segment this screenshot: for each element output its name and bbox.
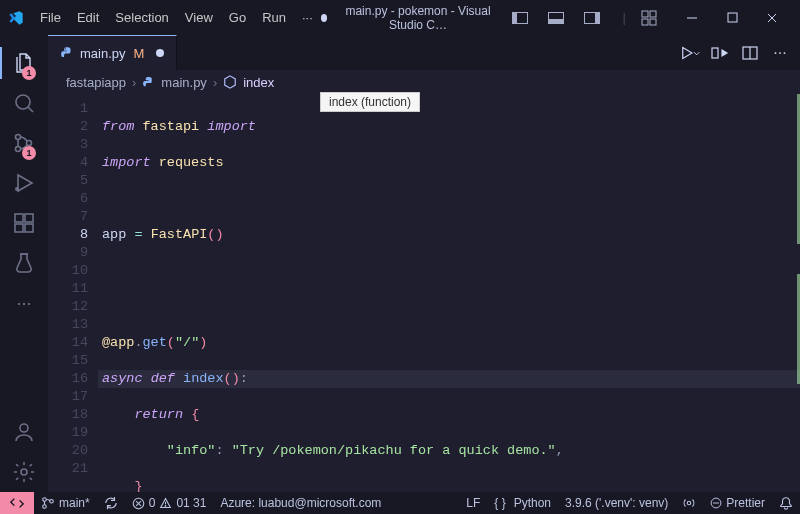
activity-source-control[interactable]: 1 — [0, 123, 48, 163]
svg-point-8 — [16, 95, 30, 109]
svg-point-35 — [688, 501, 692, 505]
svg-point-14 — [15, 187, 19, 191]
menu-more[interactable]: ··· — [294, 6, 321, 29]
status-bar: main* 0 01 31 Azure: luabud@microsoft.co… — [0, 492, 800, 514]
status-eol[interactable]: LF — [459, 492, 487, 514]
status-language[interactable]: { }Python — [487, 492, 558, 514]
svg-marker-23 — [683, 47, 692, 58]
breadcrumb-file[interactable]: main.py — [161, 75, 207, 90]
status-go-live[interactable] — [675, 492, 703, 514]
activity-settings[interactable] — [0, 452, 48, 492]
close-button[interactable] — [752, 3, 792, 33]
tabs-row: main.py M ··· — [48, 35, 800, 70]
minimize-button[interactable] — [672, 3, 712, 33]
remote-indicator[interactable] — [0, 492, 34, 514]
status-interpreter[interactable]: 3.9.6 ('.venv': venv) — [558, 492, 675, 514]
svg-rect-0 — [642, 11, 648, 17]
breadcrumbs[interactable]: fastapiapp › main.py › index index (func… — [48, 70, 800, 94]
menu-selection[interactable]: Selection — [107, 6, 176, 29]
tab-dirty-icon — [156, 49, 164, 57]
svg-point-22 — [65, 48, 66, 49]
menu-view[interactable]: View — [177, 6, 221, 29]
run-file-icon[interactable] — [680, 43, 700, 63]
toggle-panel-right-icon[interactable] — [575, 4, 609, 32]
svg-rect-15 — [15, 214, 23, 222]
line-gutter: 1 2 3 4 5 6 7 8 9 10 11 12 13 14 15 16 1… — [48, 94, 102, 492]
dirty-dot-icon — [321, 14, 328, 22]
svg-line-9 — [28, 107, 33, 112]
python-file-icon — [142, 76, 155, 89]
menu-go[interactable]: Go — [221, 6, 254, 29]
activity-run-debug[interactable] — [0, 163, 48, 203]
editor-group: main.py M ··· fastapiapp › main.py › — [48, 35, 800, 492]
explorer-badge: 1 — [22, 66, 36, 80]
svg-point-20 — [20, 424, 28, 432]
breadcrumb-folder[interactable]: fastapiapp — [66, 75, 126, 90]
customize-layout-icon[interactable] — [632, 4, 666, 32]
tab-filename: main.py — [80, 46, 126, 61]
activity-extensions[interactable] — [0, 203, 48, 243]
svg-point-34 — [165, 505, 166, 506]
status-problems[interactable]: 0 01 31 — [125, 492, 214, 514]
svg-rect-16 — [15, 224, 23, 232]
scm-badge: 1 — [22, 146, 36, 160]
activity-explorer[interactable]: 1 — [0, 43, 48, 83]
svg-point-12 — [27, 141, 32, 146]
menu-file[interactable]: File — [32, 6, 69, 29]
svg-rect-17 — [25, 224, 33, 232]
svg-point-28 — [43, 505, 47, 509]
code-content[interactable]: from fastapi import import requests app … — [102, 94, 800, 492]
python-file-icon — [60, 46, 74, 60]
toggle-panel-bottom-icon[interactable] — [539, 4, 573, 32]
hover-tooltip: index (function) — [320, 92, 420, 112]
menu-edit[interactable]: Edit — [69, 6, 107, 29]
symbol-function-icon — [223, 75, 237, 89]
status-sync[interactable] — [97, 492, 125, 514]
tab-main-py[interactable]: main.py M — [48, 35, 177, 70]
svg-rect-2 — [642, 19, 648, 25]
window-title-text: main.py - pokemon - Visual Studio C… — [333, 4, 502, 32]
activity-bar: 1 1 ··· — [0, 35, 48, 492]
status-branch[interactable]: main* — [34, 492, 97, 514]
editor-actions: ··· — [670, 35, 800, 70]
svg-rect-1 — [650, 11, 656, 17]
status-notifications[interactable] — [772, 492, 800, 514]
status-azure[interactable]: Azure: luabud@microsoft.com — [213, 492, 388, 514]
vscode-logo-icon — [8, 10, 24, 26]
code-editor[interactable]: 1 2 3 4 5 6 7 8 9 10 11 12 13 14 15 16 1… — [48, 94, 800, 492]
maximize-button[interactable] — [712, 3, 752, 33]
split-editor-icon[interactable] — [740, 43, 760, 63]
svg-rect-18 — [25, 214, 33, 222]
editor-more-icon[interactable]: ··· — [770, 43, 790, 63]
status-prettier[interactable]: Prettier — [703, 492, 772, 514]
activity-search[interactable] — [0, 83, 48, 123]
svg-point-27 — [43, 498, 47, 502]
window-title: main.py - pokemon - Visual Studio C… — [321, 4, 503, 32]
run-cell-icon[interactable] — [710, 43, 730, 63]
title-bar: File Edit Selection View Go Run ··· main… — [0, 0, 800, 35]
svg-point-10 — [16, 135, 21, 140]
chevron-right-icon: › — [213, 75, 217, 90]
toggle-panel-left-icon[interactable] — [503, 4, 537, 32]
layout-controls — [503, 4, 609, 32]
svg-rect-24 — [712, 48, 718, 58]
main-area: 1 1 ··· — [0, 35, 800, 492]
svg-rect-3 — [650, 19, 656, 25]
activity-testing[interactable] — [0, 243, 48, 283]
chevron-right-icon: › — [132, 75, 136, 90]
menu-run[interactable]: Run — [254, 6, 294, 29]
breadcrumb-symbol[interactable]: index — [243, 75, 274, 90]
window-controls — [672, 3, 792, 33]
tab-scm-flag: M — [134, 46, 145, 61]
menu-bar: File Edit Selection View Go Run ··· — [32, 6, 321, 29]
activity-more[interactable]: ··· — [0, 283, 48, 323]
title-bar-right: | — [503, 3, 792, 33]
svg-marker-13 — [18, 175, 32, 191]
svg-rect-5 — [728, 13, 737, 22]
svg-point-21 — [21, 469, 27, 475]
activity-accounts[interactable] — [0, 412, 48, 452]
svg-point-11 — [16, 147, 21, 152]
